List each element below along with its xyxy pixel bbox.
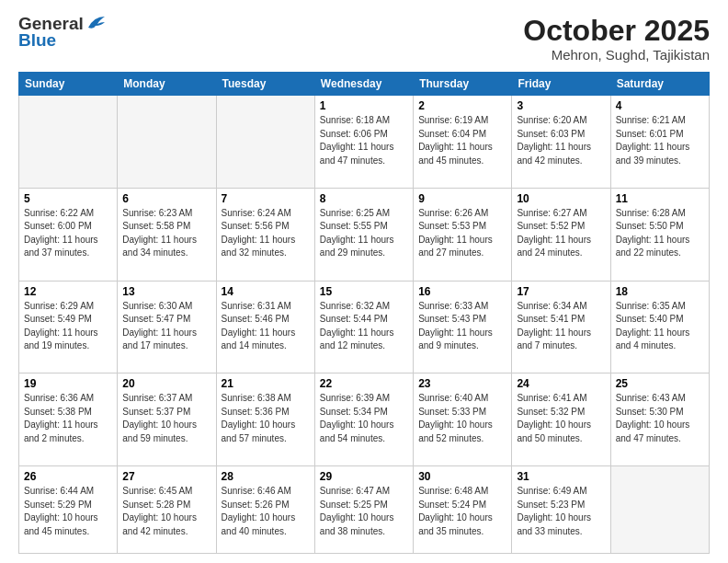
day-number: 24: [517, 377, 605, 390]
day-number: 5: [24, 192, 112, 205]
location: Mehron, Sughd, Tajikistan: [523, 47, 710, 63]
day-number: 26: [24, 470, 112, 483]
table-row: [19, 96, 118, 189]
table-row: 15Sunrise: 6:32 AM Sunset: 5:44 PM Dayli…: [314, 281, 413, 373]
day-number: 13: [122, 285, 210, 298]
day-detail: Sunrise: 6:29 AM Sunset: 5:49 PM Dayligh…: [24, 300, 112, 353]
table-row: [610, 466, 709, 554]
calendar-week-row: 19Sunrise: 6:36 AM Sunset: 5:38 PM Dayli…: [19, 373, 710, 466]
col-thursday: Thursday: [414, 73, 512, 96]
day-number: 21: [222, 377, 310, 390]
calendar-week-row: 12Sunrise: 6:29 AM Sunset: 5:49 PM Dayli…: [19, 281, 710, 373]
logo-bird-icon: [86, 15, 107, 31]
day-detail: Sunrise: 6:46 AM Sunset: 5:26 PM Dayligh…: [222, 485, 310, 538]
day-detail: Sunrise: 6:27 AM Sunset: 5:52 PM Dayligh…: [517, 207, 605, 260]
table-row: 24Sunrise: 6:41 AM Sunset: 5:32 PM Dayli…: [512, 373, 610, 466]
table-row: 10Sunrise: 6:27 AM Sunset: 5:52 PM Dayli…: [512, 188, 610, 281]
table-row: 22Sunrise: 6:39 AM Sunset: 5:34 PM Dayli…: [314, 373, 413, 466]
day-number: 14: [222, 285, 310, 298]
day-detail: Sunrise: 6:39 AM Sunset: 5:34 PM Dayligh…: [320, 392, 408, 445]
table-row: 17Sunrise: 6:34 AM Sunset: 5:41 PM Dayli…: [512, 281, 610, 373]
table-row: 12Sunrise: 6:29 AM Sunset: 5:49 PM Dayli…: [19, 281, 118, 373]
day-number: 23: [418, 377, 506, 390]
day-detail: Sunrise: 6:28 AM Sunset: 5:50 PM Dayligh…: [616, 207, 704, 260]
title-block: October 2025 Mehron, Sughd, Tajikistan: [523, 15, 710, 63]
table-row: [216, 96, 314, 189]
day-detail: Sunrise: 6:45 AM Sunset: 5:28 PM Dayligh…: [122, 485, 210, 538]
table-row: 18Sunrise: 6:35 AM Sunset: 5:40 PM Dayli…: [610, 281, 709, 373]
day-detail: Sunrise: 6:47 AM Sunset: 5:25 PM Dayligh…: [320, 485, 408, 538]
table-row: 20Sunrise: 6:37 AM Sunset: 5:37 PM Dayli…: [118, 373, 216, 466]
day-detail: Sunrise: 6:41 AM Sunset: 5:32 PM Dayligh…: [517, 392, 605, 445]
table-row: 13Sunrise: 6:30 AM Sunset: 5:47 PM Dayli…: [118, 281, 216, 373]
day-number: 17: [517, 285, 605, 298]
day-detail: Sunrise: 6:32 AM Sunset: 5:44 PM Dayligh…: [320, 300, 408, 353]
day-detail: Sunrise: 6:31 AM Sunset: 5:46 PM Dayligh…: [222, 300, 310, 353]
table-row: 30Sunrise: 6:48 AM Sunset: 5:24 PM Dayli…: [414, 466, 512, 554]
day-detail: Sunrise: 6:33 AM Sunset: 5:43 PM Dayligh…: [418, 300, 506, 353]
day-number: 2: [418, 99, 506, 112]
day-number: 25: [616, 377, 704, 390]
day-detail: Sunrise: 6:23 AM Sunset: 5:58 PM Dayligh…: [122, 207, 210, 260]
day-number: 7: [222, 192, 310, 205]
day-detail: Sunrise: 6:43 AM Sunset: 5:30 PM Dayligh…: [616, 392, 704, 445]
day-detail: Sunrise: 6:22 AM Sunset: 6:00 PM Dayligh…: [24, 207, 112, 260]
day-detail: Sunrise: 6:48 AM Sunset: 5:24 PM Dayligh…: [418, 485, 506, 538]
table-row: 1Sunrise: 6:18 AM Sunset: 6:06 PM Daylig…: [314, 96, 413, 189]
table-row: 21Sunrise: 6:38 AM Sunset: 5:36 PM Dayli…: [216, 373, 314, 466]
table-row: 14Sunrise: 6:31 AM Sunset: 5:46 PM Dayli…: [216, 281, 314, 373]
day-number: 8: [320, 192, 408, 205]
table-row: 23Sunrise: 6:40 AM Sunset: 5:33 PM Dayli…: [414, 373, 512, 466]
day-number: 12: [24, 285, 112, 298]
day-number: 22: [320, 377, 408, 390]
page: General Blue October 2025 Mehron, Sughd,…: [0, 0, 728, 563]
day-number: 31: [517, 470, 605, 483]
table-row: 26Sunrise: 6:44 AM Sunset: 5:29 PM Dayli…: [19, 466, 118, 554]
day-number: 30: [418, 470, 506, 483]
calendar-week-row: 1Sunrise: 6:18 AM Sunset: 6:06 PM Daylig…: [19, 96, 710, 189]
calendar-table: Sunday Monday Tuesday Wednesday Thursday…: [18, 72, 710, 554]
day-number: 3: [517, 99, 605, 112]
table-row: 2Sunrise: 6:19 AM Sunset: 6:04 PM Daylig…: [414, 96, 512, 189]
table-row: 4Sunrise: 6:21 AM Sunset: 6:01 PM Daylig…: [610, 96, 709, 189]
col-wednesday: Wednesday: [314, 73, 413, 96]
table-row: 9Sunrise: 6:26 AM Sunset: 5:53 PM Daylig…: [414, 188, 512, 281]
table-row: [118, 96, 216, 189]
col-sunday: Sunday: [19, 73, 118, 96]
day-detail: Sunrise: 6:40 AM Sunset: 5:33 PM Dayligh…: [418, 392, 506, 445]
col-monday: Monday: [118, 73, 216, 96]
table-row: 31Sunrise: 6:49 AM Sunset: 5:23 PM Dayli…: [512, 466, 610, 554]
table-row: 25Sunrise: 6:43 AM Sunset: 5:30 PM Dayli…: [610, 373, 709, 466]
col-tuesday: Tuesday: [216, 73, 314, 96]
table-row: 6Sunrise: 6:23 AM Sunset: 5:58 PM Daylig…: [118, 188, 216, 281]
day-number: 20: [122, 377, 210, 390]
day-detail: Sunrise: 6:18 AM Sunset: 6:06 PM Dayligh…: [320, 114, 408, 167]
day-number: 19: [24, 377, 112, 390]
logo-blue: Blue: [18, 31, 56, 49]
table-row: 7Sunrise: 6:24 AM Sunset: 5:56 PM Daylig…: [216, 188, 314, 281]
day-number: 11: [616, 192, 704, 205]
month-title: October 2025: [523, 15, 710, 47]
day-detail: Sunrise: 6:20 AM Sunset: 6:03 PM Dayligh…: [517, 114, 605, 167]
table-row: 11Sunrise: 6:28 AM Sunset: 5:50 PM Dayli…: [610, 188, 709, 281]
day-detail: Sunrise: 6:36 AM Sunset: 5:38 PM Dayligh…: [24, 392, 112, 445]
calendar-week-row: 26Sunrise: 6:44 AM Sunset: 5:29 PM Dayli…: [19, 466, 710, 554]
day-detail: Sunrise: 6:21 AM Sunset: 6:01 PM Dayligh…: [616, 114, 704, 167]
logo: General Blue: [18, 15, 107, 49]
table-row: 16Sunrise: 6:33 AM Sunset: 5:43 PM Dayli…: [414, 281, 512, 373]
day-number: 1: [320, 99, 408, 112]
day-detail: Sunrise: 6:35 AM Sunset: 5:40 PM Dayligh…: [616, 300, 704, 353]
day-detail: Sunrise: 6:44 AM Sunset: 5:29 PM Dayligh…: [24, 485, 112, 538]
table-row: 27Sunrise: 6:45 AM Sunset: 5:28 PM Dayli…: [118, 466, 216, 554]
day-detail: Sunrise: 6:24 AM Sunset: 5:56 PM Dayligh…: [222, 207, 310, 260]
table-row: 28Sunrise: 6:46 AM Sunset: 5:26 PM Dayli…: [216, 466, 314, 554]
table-row: 8Sunrise: 6:25 AM Sunset: 5:55 PM Daylig…: [314, 188, 413, 281]
table-row: 5Sunrise: 6:22 AM Sunset: 6:00 PM Daylig…: [19, 188, 118, 281]
day-number: 4: [616, 99, 704, 112]
calendar-week-row: 5Sunrise: 6:22 AM Sunset: 6:00 PM Daylig…: [19, 188, 710, 281]
day-detail: Sunrise: 6:38 AM Sunset: 5:36 PM Dayligh…: [222, 392, 310, 445]
day-number: 16: [418, 285, 506, 298]
calendar-header-row: Sunday Monday Tuesday Wednesday Thursday…: [19, 73, 710, 96]
table-row: 29Sunrise: 6:47 AM Sunset: 5:25 PM Dayli…: [314, 466, 413, 554]
day-detail: Sunrise: 6:30 AM Sunset: 5:47 PM Dayligh…: [122, 300, 210, 353]
